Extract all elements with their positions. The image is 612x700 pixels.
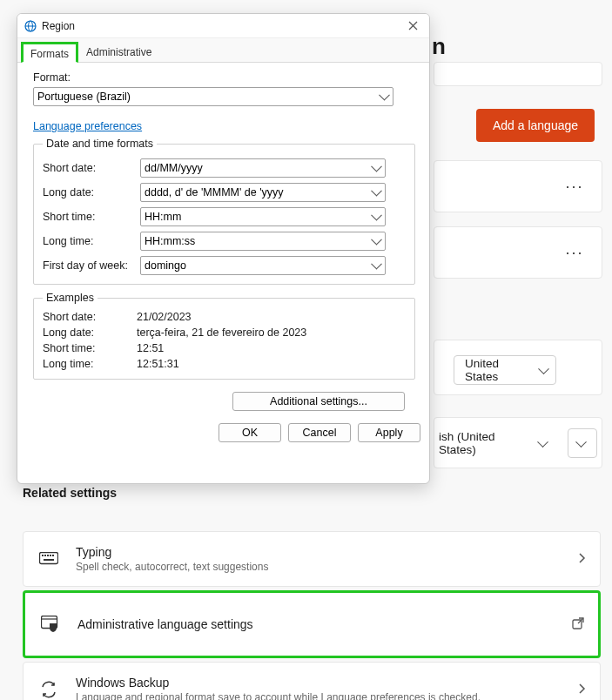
ex-short-date-value: 21/02/2023 <box>137 311 192 323</box>
svg-rect-1 <box>42 555 44 556</box>
examples-group: Examples Short date:21/02/2023 Long date… <box>33 292 415 380</box>
titlebar: Region <box>17 14 429 38</box>
add-language-button[interactable]: Add a language <box>476 109 595 142</box>
external-link-icon <box>572 617 584 632</box>
short-date-label: Short date: <box>43 162 140 174</box>
short-time-select[interactable]: HH:mm <box>140 207 386 226</box>
close-icon <box>408 21 418 30</box>
svg-rect-0 <box>40 553 58 564</box>
long-time-select[interactable]: HH:mm:ss <box>140 232 386 251</box>
chevron-right-icon <box>579 683 586 697</box>
long-time-label: Long time: <box>43 235 140 247</box>
svg-rect-5 <box>52 555 54 556</box>
browser-shield-icon <box>39 616 62 633</box>
typing-title: Typing <box>76 545 268 559</box>
close-button[interactable] <box>401 17 424 36</box>
format-label: Format: <box>33 71 415 84</box>
apply-button[interactable]: Apply <box>358 423 420 442</box>
ex-short-time-value: 12:51 <box>137 342 164 354</box>
keyboard-icon <box>37 552 60 566</box>
long-date-select[interactable]: dddd, d' de 'MMMM' de 'yyyy <box>140 183 386 202</box>
short-time-label: Short time: <box>43 211 140 223</box>
svg-line-10 <box>578 618 583 623</box>
expand-button[interactable] <box>568 428 597 458</box>
backup-subtitle: Language and regional format save to acc… <box>76 691 481 700</box>
long-date-label: Long date: <box>43 186 140 199</box>
cancel-button[interactable]: Cancel <box>288 423 351 442</box>
chevron-down-icon <box>540 367 548 373</box>
format-select[interactable]: Portuguese (Brazil) <box>33 87 393 106</box>
dialog-body: Format: Portuguese (Brazil) Language pre… <box>17 63 429 423</box>
globe-icon <box>24 20 37 32</box>
more-button-2[interactable]: ··· <box>557 235 592 270</box>
dialog-title: Region <box>42 20 75 32</box>
related-settings-heading: Related settings <box>23 486 117 500</box>
chevron-right-icon <box>579 553 586 566</box>
ex-long-time-label: Long time: <box>43 358 137 370</box>
admin-lang-title: Administrative language settings <box>77 617 253 631</box>
first-day-of-week-select[interactable]: domingo <box>140 256 386 275</box>
page-title-fragment: n <box>432 33 446 60</box>
backup-title: Windows Backup <box>76 676 481 690</box>
examples-legend: Examples <box>43 292 98 304</box>
card-fragment-1 <box>434 62 602 86</box>
typing-card[interactable]: Typing Spell check, autocorrect, text su… <box>23 531 601 587</box>
ex-long-date-value: terça-feira, 21 de fevereiro de 2023 <box>137 326 306 339</box>
tabs: Formats Administrative <box>17 38 429 63</box>
windows-backup-card[interactable]: Windows Backup Language and regional for… <box>23 662 601 700</box>
sync-icon <box>37 680 60 699</box>
svg-rect-4 <box>50 555 51 556</box>
region-select[interactable]: United States <box>454 355 556 385</box>
language-preferences-link[interactable]: Language preferences <box>33 120 142 132</box>
ex-long-time-value: 12:51:31 <box>137 358 179 370</box>
typing-subtitle: Spell check, autocorrect, text suggestio… <box>76 561 268 573</box>
chevron-down-icon <box>577 441 586 446</box>
display-lang-label: ish (United States) <box>439 430 530 456</box>
region-dialog: Region Formats Administrative Format: Po… <box>17 13 430 484</box>
ex-short-time-label: Short time: <box>43 342 137 354</box>
administrative-language-settings-card[interactable]: Administrative language settings <box>23 590 601 658</box>
chevron-down-icon <box>539 441 548 446</box>
display-lang-select[interactable]: ish (United States) <box>435 428 555 458</box>
additional-settings-button[interactable]: Additional settings... <box>232 392 405 411</box>
tab-formats[interactable]: Formats <box>21 42 78 63</box>
ok-button[interactable]: OK <box>219 423 281 442</box>
region-select-label: United States <box>465 357 531 383</box>
ex-long-date-label: Long date: <box>43 326 137 339</box>
svg-rect-6 <box>44 559 54 561</box>
svg-rect-3 <box>47 555 49 556</box>
ex-short-date-label: Short date: <box>43 311 137 323</box>
tab-administrative[interactable]: Administrative <box>78 42 159 63</box>
svg-rect-2 <box>44 555 46 556</box>
more-button-1[interactable]: ··· <box>557 169 592 204</box>
date-time-formats-legend: Date and time formats <box>43 138 157 150</box>
first-day-of-week-label: First day of week: <box>43 259 140 272</box>
dialog-button-row: OK Cancel Apply <box>17 423 429 451</box>
date-time-formats-group: Date and time formats Short date: dd/MM/… <box>33 138 415 285</box>
short-date-select[interactable]: dd/MM/yyyy <box>140 158 386 178</box>
